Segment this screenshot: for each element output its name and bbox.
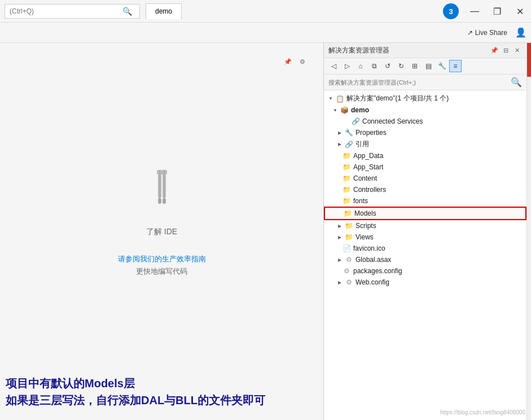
se-title: 解决方案资源管理器	[328, 46, 389, 55]
gear-icon-packages: ⚙	[342, 266, 351, 275]
tree-item-properties[interactable]: ▶ 🔧 Properties	[324, 127, 526, 138]
item-label-content: Content	[353, 174, 377, 182]
annotation-text: 项目中有默认的Models层 如果是三层写法，自行添加DAL与BLL的文件夹即可	[6, 375, 265, 409]
panel-pin-icon[interactable]: 📌	[283, 56, 293, 67]
tree-item-references[interactable]: ▶ 🔗 引用	[324, 138, 526, 150]
left-panel: 📌 ⚙ 了解 IDE 请参阅我们的生产效率指南	[0, 43, 323, 420]
se-dock-icon[interactable]: ⊟	[501, 45, 511, 55]
se-close-icon[interactable]: ✕	[512, 45, 522, 55]
folder-icon-app-start: 📁	[342, 163, 351, 172]
tree-item-models[interactable]: 📁 Models	[324, 207, 526, 220]
folder-icon-fonts: 📁	[342, 196, 351, 205]
notification-badge[interactable]: 3	[443, 3, 459, 19]
item-label-webconfig: Web.config	[356, 278, 389, 286]
search-box[interactable]: 🔍	[5, 4, 140, 19]
live-share-label: Live Share	[475, 29, 507, 37]
se-search[interactable]: 🔍	[324, 75, 526, 90]
user-icon[interactable]: 👤	[515, 27, 526, 38]
tree-solution-root[interactable]: ▼ 📋 解决方案"demo"(1 个项目/共 1 个)	[324, 93, 526, 104]
gear-icon-global: ⚙	[344, 255, 353, 264]
tree-item-app-start[interactable]: 📁 App_Start	[324, 161, 526, 173]
tree-item-scripts[interactable]: ▶ 📁 Scripts	[324, 220, 526, 231]
file-icon-favicon: 📄	[342, 244, 351, 253]
scripts-arrow: ▶	[335, 221, 344, 230]
scroll-indicator	[526, 43, 531, 420]
se-search-icon: 🔍	[511, 77, 522, 88]
toolbar-refresh-btn[interactable]: ↺	[381, 60, 394, 72]
close-button[interactable]: ✕	[508, 0, 531, 23]
webconfig-arrow: ▶	[335, 278, 344, 287]
tree-item-webconfig[interactable]: ▶ ⚙ Web.config	[324, 277, 526, 288]
tools-icon	[142, 167, 182, 220]
folder-icon-controllers: 📁	[342, 185, 351, 194]
tree-item-connected[interactable]: 🔗 Connected Services	[324, 116, 526, 127]
connected-icon: 🔗	[351, 117, 360, 126]
tree-project[interactable]: ▼ 📦 demo	[324, 104, 526, 116]
item-label-references: 引用	[356, 139, 369, 149]
item-label-connected: Connected Services	[362, 117, 423, 125]
toolbar-wrench-btn[interactable]: 🔧	[436, 60, 448, 72]
item-label-global: Global.asax	[356, 256, 391, 264]
toolbar-copy-btn[interactable]: ⧉	[368, 60, 380, 72]
toolbar-back-btn[interactable]: ◁	[327, 60, 340, 72]
toolbar-sync-btn[interactable]: ↻	[395, 60, 407, 72]
se-pin-icon[interactable]: 📌	[489, 45, 499, 55]
project-label: demo	[351, 106, 369, 114]
tree-item-packages[interactable]: ⚙ packages.config	[324, 265, 526, 277]
tree-item-content[interactable]: 📁 Content	[324, 173, 526, 184]
demo-tab[interactable]: demo	[146, 3, 182, 19]
search-icon: 🔍	[122, 7, 132, 16]
restore-button[interactable]: ❐	[486, 0, 508, 23]
folder-icon-app-data: 📁	[342, 151, 351, 160]
live-share-button[interactable]: ↗ Live Share	[464, 28, 511, 38]
toolbar-home-btn[interactable]: ⌂	[354, 60, 367, 72]
live-share-icon: ↗	[467, 29, 473, 37]
item-label-app-start: App_Start	[353, 163, 383, 171]
main-area: 📌 ⚙ 了解 IDE 请参阅我们的生产效率指南	[0, 43, 531, 420]
tree-item-controllers[interactable]: 📁 Controllers	[324, 184, 526, 195]
se-search-input[interactable]	[328, 79, 511, 86]
tools-svg	[142, 167, 182, 212]
project-icon: 📦	[340, 106, 349, 115]
item-label-controllers: Controllers	[353, 186, 386, 194]
properties-arrow: ▶	[335, 128, 344, 137]
toolbar-forward-btn[interactable]: ▷	[341, 60, 353, 72]
toolbar-active-btn[interactable]: ≡	[449, 60, 462, 72]
item-label-views: Views	[356, 233, 374, 241]
tree-item-fonts[interactable]: 📁 fonts	[324, 195, 526, 207]
minimize-button[interactable]: —	[463, 0, 486, 23]
folder-icon-models: 📁	[343, 209, 352, 218]
search-input[interactable]	[10, 7, 122, 15]
folder-icon-scripts: 📁	[344, 221, 353, 230]
views-arrow: ▶	[335, 233, 344, 242]
code-faster-text: 更快地编写代码	[136, 266, 187, 277]
panel-gear-icon[interactable]: ⚙	[297, 56, 308, 67]
properties-icon: 🔧	[344, 128, 353, 137]
tab-label: demo	[155, 7, 172, 15]
toolbar-expand-btn[interactable]: ⊞	[409, 60, 421, 72]
solution-explorer: 解决方案资源管理器 📌 ⊟ ✕ ◁ ▷ ⌂ ⧉ ↺ ↻ ⊞ ▤ 🔧 ≡ 🔍	[323, 43, 526, 420]
se-header-icons: 📌 ⊟ ✕	[489, 45, 522, 55]
solution-label: 解决方案"demo"(1 个项目/共 1 个)	[346, 94, 449, 103]
toolbar-filter-btn[interactable]: ▤	[422, 60, 435, 72]
global-arrow: ▶	[335, 255, 344, 264]
item-label-properties: Properties	[356, 129, 387, 137]
tree-item-favicon[interactable]: 📄 favicon.ico	[324, 243, 526, 254]
tree-item-global[interactable]: ▶ ⚙ Global.asax	[324, 254, 526, 265]
item-label-app-data: App_Data	[353, 152, 383, 160]
item-label-models: Models	[354, 209, 376, 217]
ide-learn-section: 了解 IDE 请参阅我们的生产效率指南 更快地编写代码	[118, 35, 206, 409]
se-toolbar: ◁ ▷ ⌂ ⧉ ↺ ↻ ⊞ ▤ 🔧 ≡	[324, 58, 526, 75]
item-label-fonts: fonts	[353, 197, 368, 205]
productivity-link[interactable]: 请参阅我们的生产效率指南	[118, 254, 206, 264]
se-tree[interactable]: ▼ 📋 解决方案"demo"(1 个项目/共 1 个) ▼ 📦 demo 🔗 C…	[324, 90, 526, 420]
se-header: 解决方案资源管理器 📌 ⊟ ✕	[324, 43, 526, 58]
references-icon: 🔗	[344, 140, 353, 149]
title-bar: 🔍 demo 3 — ❐ ✕	[0, 0, 531, 23]
item-label-scripts: Scripts	[356, 222, 376, 230]
solution-icon: 📋	[335, 94, 344, 103]
project-arrow: ▼	[331, 106, 340, 115]
tree-item-views[interactable]: ▶ 📁 Views	[324, 231, 526, 243]
gear-icon-webconfig: ⚙	[344, 278, 353, 287]
tree-item-app-data[interactable]: 📁 App_Data	[324, 150, 526, 161]
